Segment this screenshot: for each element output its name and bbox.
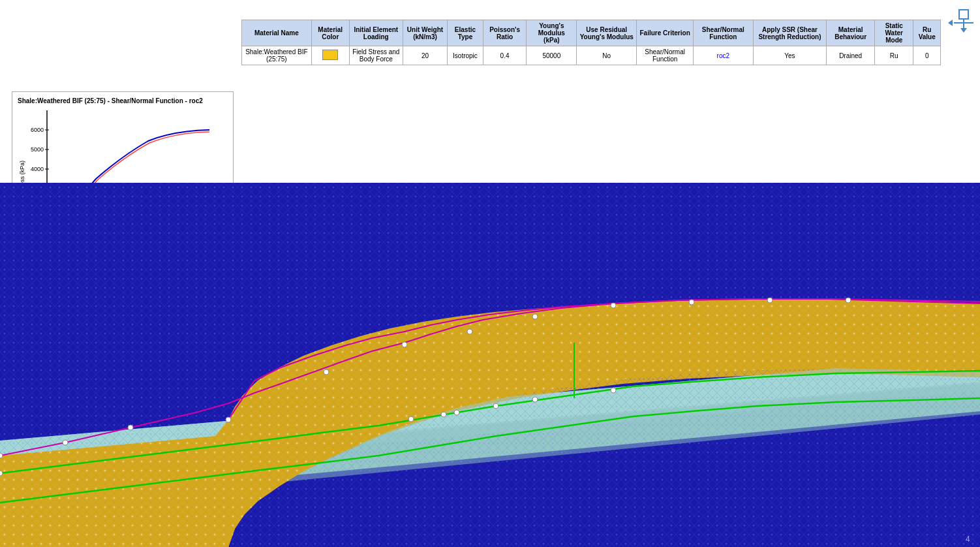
svg-text:6000: 6000	[31, 127, 44, 133]
svg-point-63	[767, 298, 773, 303]
col-header-behaviour: Material Behaviour	[827, 20, 875, 46]
cell-color	[311, 46, 349, 65]
col-header-poissons: Poisson's Ratio	[483, 20, 527, 46]
svg-point-66	[532, 397, 538, 402]
svg-point-65	[454, 410, 459, 415]
svg-point-73	[441, 412, 446, 417]
col-header-ru: Ru Value	[913, 20, 941, 46]
svg-point-59	[467, 329, 472, 334]
svg-point-74	[493, 403, 498, 409]
col-header-residual: Use Residual Young's Modulus	[577, 20, 637, 46]
viz-area: 4	[0, 183, 980, 547]
geo-viz: 4	[0, 183, 980, 547]
cell-ru-value: 0	[913, 46, 941, 65]
svg-marker-4	[948, 20, 953, 26]
svg-rect-0	[959, 10, 968, 19]
cell-ssr: Yes	[753, 46, 827, 65]
col-header-elastic-type: Elastic Type	[448, 20, 483, 46]
cell-loading: Field Stress and Body Force	[349, 46, 403, 65]
cell-elastic-type: Isotropic	[448, 46, 483, 65]
cell-shear-normal-fn[interactable]: roc2	[694, 46, 754, 65]
svg-point-57	[324, 369, 329, 375]
svg-point-72	[408, 416, 414, 422]
svg-point-68	[0, 453, 3, 458]
svg-point-58	[402, 342, 407, 347]
col-header-water-mode: Static Water Mode	[875, 20, 913, 46]
col-header-loading: Initial Element Loading	[349, 20, 403, 46]
corner-arrow-icon	[947, 7, 973, 33]
col-header-unit-weight: Unit Weight (kN/m3)	[403, 20, 447, 46]
cell-name: Shale:Weathered BIF (25:75)	[242, 46, 312, 65]
col-header-ssr: Apply SSR (Shear Strength Reduction)	[753, 20, 827, 46]
col-header-failure: Failure Criterion	[637, 20, 694, 46]
svg-marker-2	[960, 28, 967, 33]
cell-poissons: 0.4	[483, 46, 527, 65]
col-header-color: Material Color	[311, 20, 349, 46]
table-row: Shale:Weathered BIF (25:75) Field Stress…	[242, 46, 941, 65]
col-header-youngs: Young's Modulus (kPa)	[527, 20, 577, 46]
col-header-shear-normal: Shear/Normal Function	[694, 20, 754, 46]
svg-point-71	[128, 425, 133, 430]
material-table-container: Material Name Material Color Initial Ele…	[241, 20, 941, 65]
svg-point-67	[611, 388, 616, 393]
svg-point-70	[63, 440, 68, 445]
svg-point-64	[846, 298, 851, 303]
graph-title: Shale:Weathered BIF (25:75) - Shear/Norm…	[18, 97, 228, 104]
svg-point-60	[532, 314, 538, 319]
svg-point-56	[226, 417, 231, 422]
svg-point-61	[611, 303, 616, 308]
svg-text:4000: 4000	[31, 166, 44, 172]
svg-point-69	[0, 471, 3, 476]
cell-youngs: 50000	[527, 46, 577, 65]
cell-unit-weight: 20	[403, 46, 447, 65]
cell-failure: Shear/Normal Function	[637, 46, 694, 65]
cell-water-mode: Ru	[875, 46, 913, 65]
svg-text:5000: 5000	[31, 146, 44, 153]
cell-residual: No	[577, 46, 637, 65]
col-header-name: Material Name	[242, 20, 312, 46]
cell-behaviour: Drained	[827, 46, 875, 65]
color-swatch[interactable]	[322, 50, 338, 60]
svg-point-62	[689, 300, 694, 305]
svg-text:4: 4	[966, 535, 970, 544]
material-table: Material Name Material Color Initial Ele…	[241, 20, 941, 65]
